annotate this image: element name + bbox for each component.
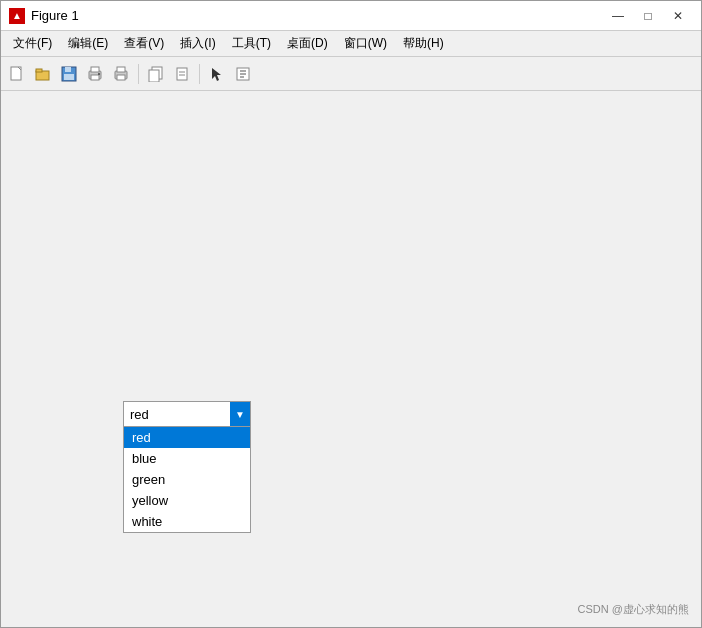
print-button[interactable] [83, 62, 107, 86]
dropdown-arrow-icon: ▼ [230, 402, 250, 426]
svg-rect-8 [91, 75, 99, 80]
dropdown-option-red[interactable]: red [124, 427, 250, 448]
toolbar [1, 57, 701, 91]
print2-button[interactable] [109, 62, 133, 86]
dropdown-option-green[interactable]: green [124, 469, 250, 490]
dropdown-selected-value: red [130, 407, 230, 422]
copy-button[interactable] [144, 62, 168, 86]
svg-marker-18 [212, 68, 221, 81]
menu-tools[interactable]: 工具(T) [224, 33, 279, 54]
dropdown-list: red blue green yellow white [123, 427, 251, 533]
window-title: Figure 1 [31, 8, 603, 23]
svg-rect-2 [36, 69, 42, 72]
menu-help[interactable]: 帮助(H) [395, 33, 452, 54]
toolbar-separator-1 [138, 64, 139, 84]
title-bar: ▲ Figure 1 — □ ✕ [1, 1, 701, 31]
minimize-button[interactable]: — [603, 4, 633, 28]
menu-file[interactable]: 文件(F) [5, 33, 60, 54]
save-button[interactable] [57, 62, 81, 86]
new-button[interactable] [5, 62, 29, 86]
svg-rect-14 [149, 70, 159, 82]
svg-rect-7 [91, 67, 99, 72]
copy2-button[interactable] [170, 62, 194, 86]
svg-rect-15 [177, 68, 187, 80]
watermark: CSDN @虚心求知的熊 [578, 602, 689, 617]
menu-desktop[interactable]: 桌面(D) [279, 33, 336, 54]
svg-rect-5 [64, 74, 74, 80]
dropdown-option-blue[interactable]: blue [124, 448, 250, 469]
figure-window: ▲ Figure 1 — □ ✕ 文件(F) 编辑(E) 查看(V) 插入(I)… [0, 0, 702, 628]
menu-window[interactable]: 窗口(W) [336, 33, 395, 54]
select-button[interactable] [205, 62, 229, 86]
dropdown-option-yellow[interactable]: yellow [124, 490, 250, 511]
content-area: red ▼ red blue green yellow white CSDN @… [1, 91, 701, 627]
menu-bar: 文件(F) 编辑(E) 查看(V) 插入(I) 工具(T) 桌面(D) 窗口(W… [1, 31, 701, 57]
dropdown-widget: red ▼ red blue green yellow white [123, 401, 251, 427]
svg-rect-12 [117, 75, 125, 80]
close-button[interactable]: ✕ [663, 4, 693, 28]
dropdown-option-white[interactable]: white [124, 511, 250, 532]
properties-button[interactable] [231, 62, 255, 86]
menu-edit[interactable]: 编辑(E) [60, 33, 116, 54]
svg-rect-4 [65, 67, 71, 72]
app-icon: ▲ [9, 8, 25, 24]
dropdown-header[interactable]: red ▼ [123, 401, 251, 427]
menu-view[interactable]: 查看(V) [116, 33, 172, 54]
open-button[interactable] [31, 62, 55, 86]
svg-rect-11 [117, 67, 125, 72]
toolbar-separator-2 [199, 64, 200, 84]
maximize-button[interactable]: □ [633, 4, 663, 28]
menu-insert[interactable]: 插入(I) [172, 33, 223, 54]
svg-point-9 [98, 73, 100, 75]
title-controls: — □ ✕ [603, 4, 693, 28]
